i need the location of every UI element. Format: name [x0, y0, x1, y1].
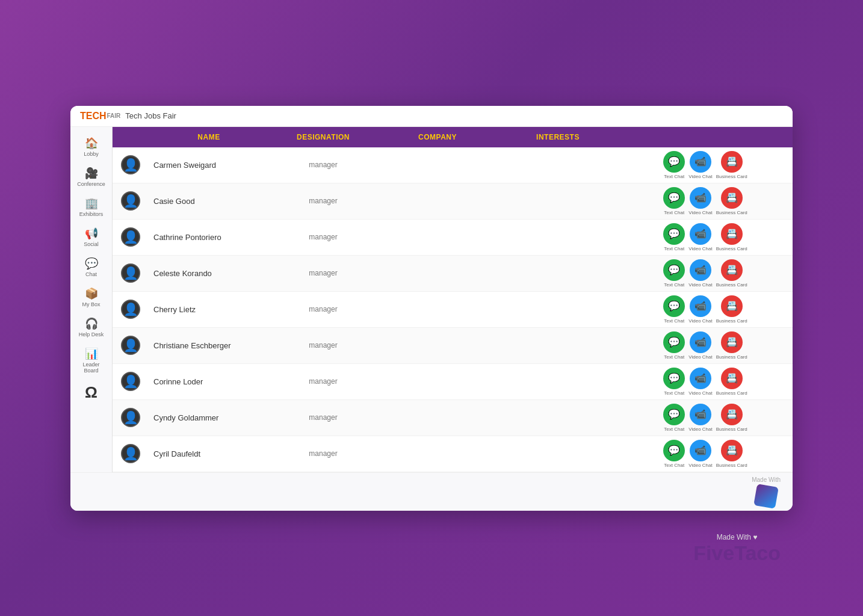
sidebar-label-social: Social	[84, 241, 99, 247]
video-chat-button[interactable]: 📹	[690, 223, 711, 245]
text-chat-button[interactable]: 💬	[663, 187, 685, 209]
video-chat-group: 📹 Video Chat	[688, 187, 712, 215]
attendee-designation: manager	[269, 377, 377, 386]
text-chat-button[interactable]: 💬	[663, 368, 685, 389]
attendee-designation: manager	[269, 269, 377, 277]
video-chat-button[interactable]: 📹	[690, 187, 711, 209]
main-layout: 🏠 Lobby 🎥 Conference 🏢 Exhibitors 📢 Soci…	[70, 127, 793, 472]
business-card-label: Business Card	[716, 174, 747, 179]
table-row: 👤 Cyril Daufeldt manager 💬 Text Chat 📹 V…	[113, 436, 793, 472]
sidebar-label-lobby: Lobby	[84, 151, 99, 157]
video-chat-group: 📹 Video Chat	[688, 440, 712, 468]
text-chat-button[interactable]: 💬	[663, 223, 685, 245]
logo-tech: TECH	[80, 111, 107, 122]
video-chat-button[interactable]: 📹	[690, 368, 711, 389]
business-card-button[interactable]: 📇	[721, 440, 743, 461]
attendee-name: Celeste Korando	[149, 269, 269, 278]
business-card-button[interactable]: 📇	[721, 187, 743, 209]
video-chat-button[interactable]: 📹	[690, 295, 711, 317]
attendee-designation: manager	[269, 413, 377, 422]
avatar-cell: 👤	[113, 155, 149, 174]
video-chat-button[interactable]: 📹	[690, 151, 711, 173]
attendee-name: Casie Good	[149, 197, 269, 206]
attendee-name: Christiane Eschberger	[149, 341, 269, 350]
text-chat-label: Text Chat	[664, 210, 684, 215]
avatar-cell: 👤	[113, 444, 149, 463]
col-header-interests: INTERESTS	[498, 133, 618, 141]
video-chat-button[interactable]: 📹	[690, 440, 711, 461]
logo-subtitle: Tech Jobs Fair	[125, 111, 176, 120]
attendee-designation: manager	[269, 161, 377, 169]
attendee-designation: manager	[269, 449, 377, 458]
sidebar-label-leaderboard: Leader Board	[76, 362, 107, 374]
actions-cell: 💬 Text Chat 📹 Video Chat 📇 Business Card	[618, 404, 793, 432]
actions-cell: 💬 Text Chat 📹 Video Chat 📇 Business Card	[618, 151, 793, 179]
text-chat-button[interactable]: 💬	[663, 295, 685, 317]
sidebar-item-conference[interactable]: 🎥 Conference	[73, 163, 110, 191]
sidebar-item-mybox[interactable]: 📦 My Box	[73, 283, 110, 311]
video-chat-button[interactable]: 📹	[690, 259, 711, 281]
sidebar-label-helpdesk: Help Desk	[79, 331, 104, 337]
text-chat-group: 💬 Text Chat	[663, 440, 685, 468]
text-chat-label: Text Chat	[664, 318, 684, 324]
text-chat-button[interactable]: 💬	[663, 151, 685, 173]
avatar: 👤	[121, 444, 140, 463]
business-card-button[interactable]: 📇	[721, 295, 743, 317]
sidebar-item-chat[interactable]: 💬 Chat	[73, 253, 110, 281]
attendee-name: Cyndy Goldammer	[149, 413, 269, 422]
business-card-label: Business Card	[716, 354, 747, 360]
table-row: 👤 Cherry Lietz manager 💬 Text Chat 📹 Vid…	[113, 292, 793, 328]
sidebar-item-lobby[interactable]: 🏠 Lobby	[73, 133, 110, 161]
top-bar: TECH FAIR Tech Jobs Fair	[70, 106, 793, 127]
sidebar-item-exhibitors[interactable]: 🏢 Exhibitors	[73, 193, 110, 221]
text-chat-button[interactable]: 💬	[663, 259, 685, 281]
video-chat-button[interactable]: 📹	[690, 404, 711, 425]
table-row: 👤 Carmen Sweigard manager 💬 Text Chat 📹 …	[113, 147, 793, 183]
text-chat-button[interactable]: 💬	[663, 440, 685, 461]
text-chat-label: Text Chat	[664, 354, 684, 360]
business-card-group: 📇 Business Card	[716, 440, 747, 468]
text-chat-label: Text Chat	[664, 390, 684, 396]
video-chat-group: 📹 Video Chat	[688, 368, 712, 396]
video-chat-label: Video Chat	[688, 210, 712, 215]
sidebar-label-chat: Chat	[85, 271, 97, 277]
business-card-group: 📇 Business Card	[716, 295, 747, 324]
sidebar-item-leaderboard[interactable]: 📊 Leader Board	[73, 343, 110, 377]
table-row: 👤 Cyndy Goldammer manager 💬 Text Chat 📹 …	[113, 400, 793, 436]
actions-cell: 💬 Text Chat 📹 Video Chat 📇 Business Card	[618, 331, 793, 360]
logo: TECH FAIR Tech Jobs Fair	[80, 111, 176, 122]
business-card-button[interactable]: 📇	[721, 223, 743, 245]
sidebar-item-profile[interactable]: Ω	[73, 380, 110, 405]
business-card-button[interactable]: 📇	[721, 404, 743, 425]
business-card-button[interactable]: 📇	[721, 259, 743, 281]
text-chat-button[interactable]: 💬	[663, 331, 685, 353]
business-card-button[interactable]: 📇	[721, 151, 743, 173]
sidebar-item-helpdesk[interactable]: 🎧 Help Desk	[73, 313, 110, 341]
business-card-button[interactable]: 📇	[721, 368, 743, 389]
video-chat-group: 📹 Video Chat	[688, 223, 712, 251]
text-chat-group: 💬 Text Chat	[663, 187, 685, 215]
actions-cell: 💬 Text Chat 📹 Video Chat 📇 Business Card	[618, 440, 793, 468]
made-with-text: Made With	[752, 476, 781, 483]
sidebar-item-social[interactable]: 📢 Social	[73, 223, 110, 251]
avatar: 👤	[121, 227, 140, 247]
avatar-cell: 👤	[113, 336, 149, 355]
mybox-icon: 📦	[85, 287, 98, 300]
sidebar-label-exhibitors: Exhibitors	[79, 211, 104, 217]
made-with-widget: Made With	[752, 476, 781, 507]
actions-cell: 💬 Text Chat 📹 Video Chat 📇 Business Card	[618, 295, 793, 324]
text-chat-group: 💬 Text Chat	[663, 223, 685, 251]
app-window: TECH FAIR Tech Jobs Fair 🏠 Lobby 🎥 Confe…	[70, 106, 793, 511]
text-chat-group: 💬 Text Chat	[663, 368, 685, 396]
video-chat-label: Video Chat	[688, 246, 712, 251]
text-chat-button[interactable]: 💬	[663, 404, 685, 425]
avatar-cell: 👤	[113, 227, 149, 247]
business-card-button[interactable]: 📇	[721, 331, 743, 353]
business-card-group: 📇 Business Card	[716, 223, 747, 251]
bottom-bar: Made With	[70, 472, 793, 511]
lobby-icon: 🏠	[85, 137, 98, 150]
avatar: 👤	[121, 336, 140, 355]
video-chat-button[interactable]: 📹	[690, 331, 711, 353]
actions-cell: 💬 Text Chat 📹 Video Chat 📇 Business Card	[618, 368, 793, 396]
leaderboard-icon: 📊	[85, 347, 98, 360]
